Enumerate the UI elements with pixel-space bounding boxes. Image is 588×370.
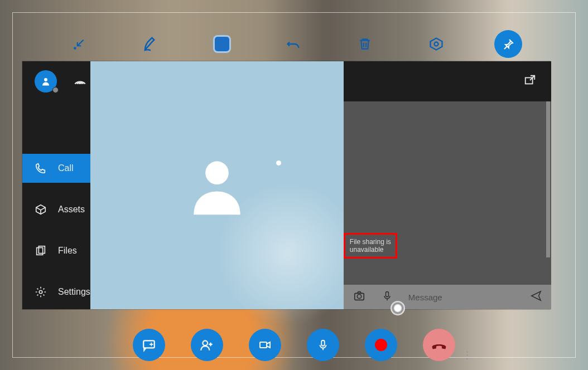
- svg-point-1: [435, 42, 438, 46]
- tooltip-line: File sharing is: [350, 238, 391, 246]
- camera-indicator-badge: [391, 301, 405, 315]
- sidebar-item-files[interactable]: Files: [22, 236, 90, 265]
- sidebar-item-assets[interactable]: Assets: [22, 195, 90, 224]
- microphone-icon[interactable]: [382, 289, 393, 305]
- call-controls: [0, 329, 588, 361]
- svg-point-0: [74, 47, 76, 49]
- popout-icon[interactable]: [523, 74, 537, 89]
- send-icon[interactable]: [530, 290, 542, 304]
- arrow-collapse-icon[interactable]: [66, 31, 93, 57]
- video-button[interactable]: [249, 329, 281, 361]
- app-window: Call Assets Files Settings: [22, 61, 550, 309]
- square-shape-icon[interactable]: [209, 31, 235, 57]
- sidebar: Call Assets Files Settings: [22, 61, 90, 309]
- user-avatar[interactable]: [35, 70, 57, 93]
- chat-pane: File sharing is unavailable: [344, 61, 551, 309]
- broadcast-icon[interactable]: [73, 73, 87, 90]
- sidebar-item-call[interactable]: Call: [22, 154, 90, 183]
- svg-point-12: [203, 340, 208, 345]
- chat-header: [344, 61, 551, 101]
- sidebar-item-label: Call: [58, 163, 74, 173]
- target-icon[interactable]: [423, 31, 450, 57]
- sidebar-item-label: Files: [58, 246, 77, 256]
- chat-button[interactable]: [133, 329, 165, 361]
- trash-icon[interactable]: [351, 31, 378, 57]
- overflow-menu-icon[interactable]: [466, 351, 468, 359]
- message-input[interactable]: [408, 293, 514, 302]
- svg-rect-10: [385, 292, 388, 297]
- annotation-toolbar: [0, 25, 588, 64]
- sidebar-item-label: Settings: [58, 287, 90, 297]
- video-glow: [215, 181, 360, 326]
- video-area: [90, 61, 344, 309]
- sidebar-item-settings[interactable]: Settings: [22, 278, 90, 306]
- tooltip-line: unavailable: [350, 246, 391, 254]
- svg-rect-13: [260, 342, 267, 348]
- record-dot-icon: [375, 339, 387, 351]
- file-sharing-tooltip: File sharing is unavailable: [344, 233, 397, 259]
- svg-rect-4: [38, 246, 45, 254]
- camera-icon[interactable]: [353, 290, 366, 304]
- microphone-button[interactable]: [307, 329, 339, 361]
- record-button[interactable]: [365, 329, 397, 361]
- ink-icon[interactable]: [137, 31, 164, 57]
- chat-body: File sharing is unavailable: [344, 101, 551, 285]
- loading-dot: [276, 160, 281, 165]
- chat-scrollbar[interactable]: [546, 101, 550, 257]
- svg-rect-14: [321, 340, 325, 346]
- sidebar-spacer: [22, 101, 90, 142]
- presence-indicator: [52, 87, 59, 93]
- pin-button[interactable]: [494, 30, 522, 58]
- svg-rect-3: [37, 248, 43, 255]
- svg-point-5: [39, 290, 42, 294]
- svg-point-2: [44, 78, 47, 81]
- svg-point-9: [357, 294, 361, 298]
- sidebar-item-label: Assets: [58, 205, 85, 215]
- add-person-button[interactable]: [191, 329, 223, 361]
- hangup-button[interactable]: [423, 329, 455, 361]
- message-bar: [344, 285, 551, 309]
- undo-icon[interactable]: [280, 31, 307, 57]
- svg-point-6: [205, 161, 229, 184]
- sidebar-header: [22, 61, 90, 101]
